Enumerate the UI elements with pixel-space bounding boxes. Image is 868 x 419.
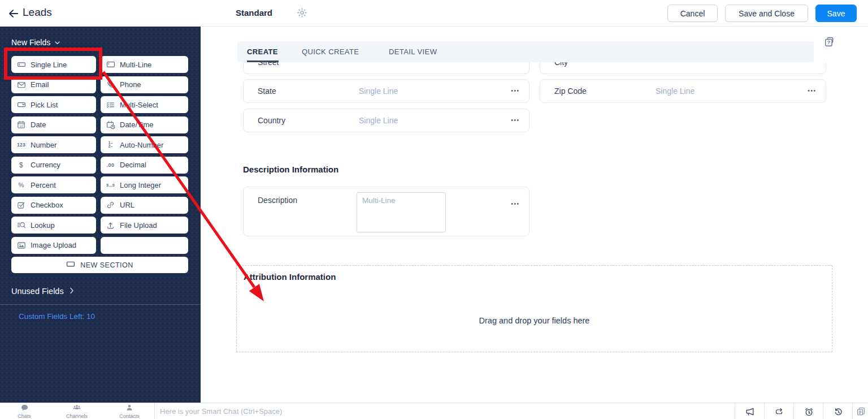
decimal-icon: .00 (105, 162, 116, 168)
percent-icon: % (16, 182, 27, 188)
utility-icon-group (735, 403, 853, 419)
svg-text:?: ? (827, 40, 830, 45)
layout-tabs: CREATE QUICK CREATE DETAIL VIEW (237, 41, 814, 62)
cancel-button[interactable]: Cancel (667, 5, 718, 22)
currency-dollar-icon: $ (16, 161, 27, 169)
ellipsis-menu-icon[interactable] (509, 200, 522, 209)
field-type-lookup[interactable]: Lookup (11, 217, 96, 234)
history-clock-icon[interactable] (823, 403, 852, 419)
date-time-icon (105, 120, 116, 129)
custom-fields-left-link[interactable]: Custom Fields Left: 10 (19, 312, 95, 321)
field-type-date[interactable]: 10Date (11, 116, 96, 133)
field-type-multi-line[interactable]: Multi-Line (101, 56, 188, 73)
megaphone-icon[interactable] (735, 403, 764, 419)
page-title: Leads (23, 6, 52, 19)
field-type-long-integer[interactable]: 9...9Long Integer (101, 176, 188, 193)
field-type-pick-list[interactable]: Pick List (11, 96, 96, 113)
field-type-image-upload[interactable]: Image Upload (11, 237, 96, 254)
unused-fields-toggle[interactable]: Unused Fields (11, 287, 74, 296)
field-type-multi-select[interactable]: Multi-Select (101, 96, 188, 113)
field-type-checkbox[interactable]: Checkbox (11, 197, 96, 214)
field-card-city[interactable]: City (540, 62, 826, 74)
chats-button[interactable]: Chats (7, 404, 41, 419)
person-icon (125, 404, 133, 414)
field-type-url[interactable]: URL (101, 197, 188, 214)
file-upload-icon (105, 221, 116, 230)
top-header: Leads Standard Cancel Save and Close Sav… (0, 0, 868, 27)
field-card-country[interactable]: Country Single Line (243, 109, 530, 132)
description-section-title: Description Information (243, 165, 338, 174)
lookup-icon (16, 221, 27, 230)
layout-editor-page: Leads Standard Cancel Save and Close Sav… (0, 0, 868, 419)
field-card-zip-code[interactable]: Zip Code Single Line (540, 79, 826, 103)
contacts-button[interactable]: Contacts (112, 404, 146, 419)
sidebar-divider (0, 304, 201, 305)
field-card-state[interactable]: State Single Line (243, 79, 530, 103)
dropzone-hint-text: Drag and drop your fields here (237, 316, 832, 325)
clipped-field-row: Street City (237, 62, 836, 76)
attribution-section-dropzone[interactable]: Attribution Information Drag and drop yo… (236, 265, 832, 352)
field-type-single-line[interactable]: Single Line (11, 56, 96, 73)
tab-create[interactable]: CREATE (247, 41, 278, 62)
single-line-icon (16, 60, 27, 69)
date-icon: 10 (16, 120, 27, 129)
field-type-number[interactable]: 123Number (11, 136, 96, 153)
field-type-grid: Single Line Multi-Line Email Phone Pick … (11, 56, 188, 254)
signals-loop-icon[interactable] (764, 403, 793, 419)
image-upload-icon (16, 241, 27, 250)
multi-line-preview-box: Multi-Line (357, 192, 446, 232)
field-type-currency[interactable]: $Currency (11, 157, 96, 174)
new-section-icon (66, 260, 75, 270)
field-type-percent[interactable]: %Percent (11, 176, 96, 193)
people-group-icon (72, 404, 81, 414)
smart-chat-input[interactable]: Here is your Smart Chat (Ctrl+Space) (160, 403, 669, 419)
field-type-auto-number[interactable]: 1–2–Auto-Number (101, 136, 188, 153)
chevron-right-icon (70, 287, 74, 296)
tab-detail-view[interactable]: DETAIL VIEW (389, 41, 437, 62)
field-type-date-time[interactable]: Date/Time (101, 116, 188, 133)
layout-name: Standard (236, 8, 272, 18)
phone-icon (105, 80, 116, 89)
field-type-decimal[interactable]: .00Decimal (101, 157, 188, 174)
help-pages-icon[interactable]: ? (823, 36, 835, 50)
save-button[interactable]: Save (815, 5, 857, 22)
save-and-close-button[interactable]: Save and Close (725, 5, 808, 22)
alarm-clock-icon[interactable] (793, 403, 823, 419)
bottom-chat-bar: Chats Channels Contacts Here is your Sma… (0, 403, 868, 419)
checkbox-icon (16, 201, 27, 209)
gear-icon[interactable] (297, 7, 307, 20)
multi-select-icon (105, 101, 116, 109)
back-arrow-icon[interactable] (7, 7, 20, 20)
ellipsis-menu-icon[interactable] (509, 87, 522, 96)
email-icon (16, 80, 27, 89)
long-integer-icon: 9...9 (105, 183, 116, 187)
field-type-empty-slot (101, 237, 188, 254)
field-palette-sidebar: New Fields Single Line Multi-Line Email … (0, 27, 201, 403)
field-type-email[interactable]: Email (11, 76, 96, 93)
ellipsis-menu-icon[interactable] (509, 116, 522, 125)
chat-bubble-icon (20, 404, 29, 414)
multi-line-icon (105, 60, 116, 69)
chevron-down-icon (54, 38, 60, 47)
ellipsis-menu-icon[interactable] (805, 87, 819, 96)
svg-text:10: 10 (20, 124, 23, 128)
field-card-description[interactable]: Description Multi-Line (243, 187, 530, 236)
tab-quick-create[interactable]: QUICK CREATE (302, 41, 359, 62)
active-tab-underline (247, 61, 279, 62)
new-section-button[interactable]: NEW SECTION (11, 257, 188, 273)
link-icon (105, 201, 116, 209)
copies-icon[interactable] (853, 403, 868, 419)
chat-bar-divider (154, 403, 155, 419)
pick-list-icon (16, 100, 27, 109)
auto-number-icon: 1–2– (105, 141, 116, 149)
channels-button[interactable]: Channels (60, 404, 94, 419)
number-123-icon: 123 (16, 142, 27, 148)
field-type-file-upload[interactable]: File Upload (101, 217, 188, 234)
field-card-street[interactable]: Street (243, 62, 530, 74)
attribution-section-title: Attribution Information (244, 272, 336, 282)
new-fields-dropdown[interactable]: New Fields (11, 38, 60, 47)
field-type-phone[interactable]: Phone (101, 76, 188, 93)
